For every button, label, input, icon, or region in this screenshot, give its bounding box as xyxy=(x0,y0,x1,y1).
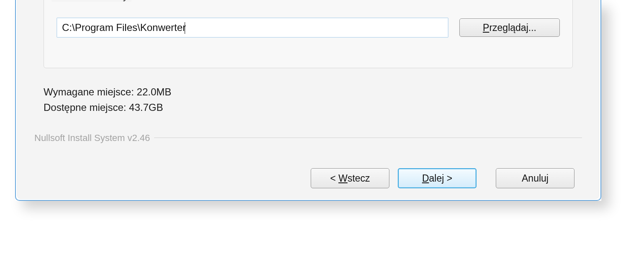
destination-folder-group: Folder docelowy C:\Program Files\Konwert… xyxy=(44,0,573,68)
destination-path-input[interactable]: C:\Program Files\Konwerter xyxy=(57,18,448,38)
destination-path-value: C:\Program Files\Konwerter xyxy=(62,22,186,33)
divider-line xyxy=(154,138,582,138)
required-space-row: Wymagane miejsce: 22.0MB xyxy=(44,84,573,100)
installer-divider: Nullsoft Install System v2.46 xyxy=(34,133,582,144)
text-caret xyxy=(185,22,185,34)
available-space-row: Dostępne miejsce: 43.7GB xyxy=(44,100,573,115)
back-button[interactable]: < Wstecz xyxy=(311,168,389,188)
dialog-body: Folder docelowy C:\Program Files\Konwert… xyxy=(17,0,599,199)
required-space-value: 22.0MB xyxy=(137,86,172,97)
required-space-label: Wymagane miejsce: xyxy=(44,86,137,97)
wizard-buttons: < Wstecz Dalej > Anuluj xyxy=(311,168,574,188)
cancel-button[interactable]: Anuluj xyxy=(496,168,574,188)
installer-version-label: Nullsoft Install System v2.46 xyxy=(34,133,150,144)
available-space-label: Dostępne miejsce: xyxy=(44,102,129,113)
installer-dialog: Folder docelowy C:\Program Files\Konwert… xyxy=(15,0,601,201)
destination-folder-legend: Folder docelowy xyxy=(52,0,131,2)
browse-button[interactable]: Przeglądaj... xyxy=(459,18,560,37)
next-button[interactable]: Dalej > xyxy=(398,168,477,188)
space-info: Wymagane miejsce: 22.0MB Dostępne miejsc… xyxy=(44,84,573,115)
available-space-value: 43.7GB xyxy=(129,102,163,113)
